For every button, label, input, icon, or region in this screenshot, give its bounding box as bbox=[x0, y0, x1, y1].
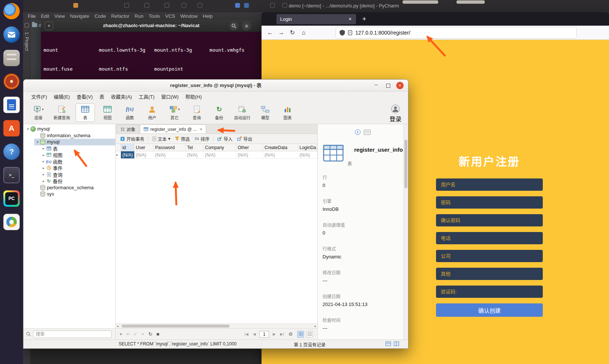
menu-tools[interactable]: 工具(T) bbox=[135, 91, 158, 102]
menu-edit[interactable]: 编辑(E) bbox=[51, 91, 73, 102]
discard-changes-icon[interactable]: × bbox=[141, 331, 144, 337]
toolbar-query[interactable]: 查询 bbox=[187, 103, 206, 122]
menu-table[interactable]: 表 bbox=[96, 91, 108, 102]
next-page-icon[interactable]: ▶ bbox=[273, 332, 276, 336]
tab-close-icon[interactable]: × bbox=[346, 16, 354, 23]
run-config-icon[interactable] bbox=[73, 3, 78, 8]
scroll-right-icon[interactable]: ▸ bbox=[314, 324, 316, 328]
tool-window-icon[interactable] bbox=[25, 23, 29, 28]
menu-file[interactable]: File bbox=[25, 13, 38, 20]
titlebar-icon[interactable] bbox=[144, 3, 149, 8]
dock-help-icon[interactable]: ? bbox=[3, 144, 20, 160]
menu-vcs[interactable]: VCS bbox=[163, 13, 178, 20]
last-page-icon[interactable]: ▶| bbox=[280, 332, 284, 336]
data-grid[interactable]: id User Password Tel Company Other Creat… bbox=[116, 144, 317, 323]
stop-icon[interactable]: ■ bbox=[157, 331, 160, 337]
dock-terminal-icon[interactable]: >_ bbox=[3, 167, 20, 183]
toolbar-new-query[interactable]: 新建查询 bbox=[51, 103, 73, 122]
first-page-icon[interactable]: |◀ bbox=[244, 332, 248, 336]
menu-file[interactable]: 文件(F) bbox=[28, 91, 51, 102]
add-record-icon[interactable]: + bbox=[119, 331, 122, 337]
maximize-icon[interactable] bbox=[386, 84, 390, 88]
toolbar-model[interactable]: 模型 bbox=[256, 103, 275, 122]
cell-tel[interactable]: (N/A) bbox=[186, 151, 203, 158]
forward-icon[interactable]: → bbox=[276, 27, 287, 38]
status-view-icon[interactable] bbox=[385, 341, 391, 347]
dock-pycharm-icon[interactable]: PC bbox=[3, 190, 20, 207]
telephone-field[interactable] bbox=[436, 232, 543, 244]
caret-right-icon[interactable]: ▸ bbox=[41, 146, 46, 150]
back-icon[interactable]: ← bbox=[265, 27, 276, 38]
dock-ubuntu-software-icon[interactable]: A bbox=[3, 120, 20, 136]
cell-createdata[interactable]: (N/A) bbox=[263, 151, 298, 158]
caret-right-icon[interactable]: ▸ bbox=[41, 160, 46, 163]
column-header-tel[interactable]: Tel bbox=[186, 144, 203, 151]
toolbar-user[interactable]: 用户 bbox=[142, 103, 162, 122]
tree-item-sys[interactable]: sys bbox=[23, 191, 115, 197]
begin-transaction-button[interactable]: 开始事务 bbox=[118, 135, 147, 143]
company-field[interactable] bbox=[436, 250, 543, 262]
menu-window[interactable]: 窗口(W) bbox=[158, 91, 182, 102]
tree-item-queries[interactable]: ▸ 查询 bbox=[23, 171, 115, 178]
titlebar-icon[interactable] bbox=[164, 3, 169, 8]
menu-help[interactable]: 帮助(H) bbox=[182, 91, 205, 102]
terminal-titlebar[interactable]: + zhaolc@zhaolc-virtual-machine: ~/Navic… bbox=[41, 19, 262, 32]
search-icon[interactable] bbox=[229, 21, 238, 30]
form-view-toggle[interactable] bbox=[306, 331, 313, 338]
menu-navigate[interactable]: Navigate bbox=[67, 13, 92, 20]
reload-icon[interactable]: ↻ bbox=[287, 27, 298, 38]
close-icon[interactable]: × bbox=[396, 82, 404, 89]
tree-item-views[interactable]: ▸ 视图 bbox=[23, 152, 115, 158]
menu-edit[interactable]: Edit bbox=[38, 13, 52, 20]
url-input[interactable] bbox=[355, 30, 573, 36]
tree-search-input[interactable] bbox=[33, 331, 112, 338]
toolbar-chart[interactable]: 图表 bbox=[278, 103, 297, 122]
minimize-icon[interactable]: – bbox=[372, 81, 380, 89]
scroll-left-icon[interactable]: ◂ bbox=[117, 324, 119, 328]
dock-navicat-icon[interactable] bbox=[3, 214, 20, 230]
confirm-password-field[interactable] bbox=[436, 214, 543, 226]
table-row[interactable]: ▸ (N/A) (N/A) (N/A) (N/A) (N/A) (N/A) (N… bbox=[116, 151, 317, 159]
new-tab-button[interactable]: + bbox=[45, 22, 53, 30]
titlebar-icon[interactable] bbox=[282, 3, 287, 8]
sort-button[interactable]: 排序 bbox=[192, 135, 212, 143]
page-info-icon[interactable] bbox=[348, 30, 352, 35]
scrollbar-thumb[interactable] bbox=[122, 325, 230, 328]
dock-music-player-icon[interactable] bbox=[3, 73, 20, 90]
titlebar-icon[interactable] bbox=[124, 3, 129, 8]
caret-right-icon[interactable]: ▸ bbox=[41, 153, 46, 157]
tree-item-events[interactable]: ▸ 事件 bbox=[23, 165, 115, 171]
tree-item-information-schema[interactable]: information_schema bbox=[23, 132, 115, 139]
menu-help[interactable]: Help bbox=[200, 13, 215, 20]
pycharm-titlebar[interactable]: demo [~/demo] - .../demo/urls.py [demo] … bbox=[23, 0, 609, 12]
tree-item-performance-schema[interactable]: performance_schema bbox=[23, 184, 115, 191]
toolbar-backup[interactable]: ↻ 备份 bbox=[209, 103, 229, 122]
column-header-createdata[interactable]: CreateData bbox=[263, 144, 298, 151]
column-header-logindata[interactable]: LoginDa bbox=[298, 144, 317, 151]
vertical-scrollbar[interactable] bbox=[403, 124, 408, 339]
settings-gear-icon[interactable]: ⚙ bbox=[288, 331, 293, 337]
shield-icon[interactable] bbox=[340, 30, 345, 36]
dock-libreoffice-writer-icon[interactable] bbox=[3, 97, 20, 113]
menu-view[interactable]: 查看(V) bbox=[73, 91, 96, 102]
other-field[interactable] bbox=[436, 268, 543, 280]
caret-down-icon[interactable]: ▾ bbox=[35, 140, 40, 144]
scrollbar-thumb[interactable] bbox=[404, 140, 407, 188]
terminal-body[interactable]: mount mount.lowntfs-3g mount.ntfs-3g mou… bbox=[41, 32, 262, 82]
tab-register-user-info[interactable]: register_user_info @ ... × bbox=[140, 125, 206, 133]
cell-user[interactable]: (N/A) bbox=[134, 151, 154, 158]
firefox-tabbar[interactable]: Login × + bbox=[262, 12, 609, 26]
menu-window[interactable]: Window bbox=[178, 13, 200, 20]
tree-item-connection-mysql[interactable]: ▾ mysql bbox=[23, 126, 115, 132]
column-header-password[interactable]: Password bbox=[154, 144, 186, 151]
password-field[interactable] bbox=[436, 196, 543, 209]
ddl-icon[interactable] bbox=[364, 130, 371, 135]
titlebar-icon[interactable] bbox=[270, 3, 275, 8]
home-icon[interactable]: ⌂ bbox=[298, 27, 309, 38]
new-tab-button[interactable]: + bbox=[359, 14, 369, 24]
column-header-other[interactable]: Other bbox=[236, 144, 263, 151]
menu-run[interactable]: Run bbox=[132, 13, 146, 20]
tab-login[interactable]: Login × bbox=[276, 14, 356, 24]
caret-down-icon[interactable]: ▾ bbox=[26, 127, 30, 131]
toolbar-table[interactable]: 表 bbox=[76, 103, 95, 122]
